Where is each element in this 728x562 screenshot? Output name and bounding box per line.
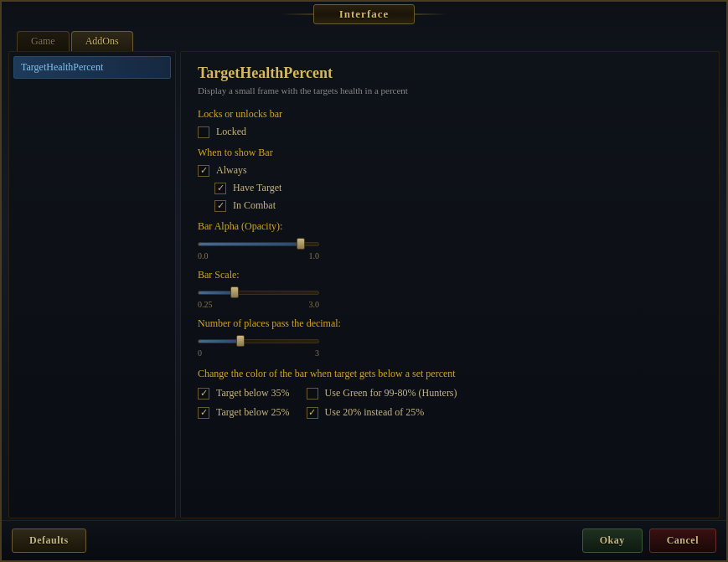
- alpha-slider-fill: [199, 243, 301, 245]
- alpha-max-label: 1.0: [309, 251, 320, 260]
- decimal-slider-track[interactable]: [198, 335, 702, 347]
- target-35-option: Target below 35%: [198, 387, 290, 400]
- alpha-slider-container: 0.0 1.0: [198, 238, 702, 260]
- use-20-checkbox[interactable]: [307, 407, 318, 419]
- main-container: Game AddOns TargetHealthPercent TargetHe…: [8, 27, 720, 518]
- target-25-label: Target below 25%: [216, 406, 290, 419]
- in-combat-checkbox[interactable]: [214, 200, 226, 212]
- use-20-option: Use 20% instead of 25%: [307, 406, 425, 419]
- alpha-slider-thumb[interactable]: [297, 238, 305, 250]
- decimal-slider-container: 0 3: [198, 335, 702, 358]
- window-title: Interface: [313, 4, 416, 24]
- outer-frame: Interface Game AddOns TargetHealthPercen…: [0, 0, 728, 562]
- show-section-label: When to show Bar: [198, 147, 702, 159]
- locked-checkbox[interactable]: [198, 126, 209, 138]
- always-label: Always: [216, 164, 247, 177]
- decimal-slider-fill: [199, 340, 240, 343]
- decimal-min-label: 0: [198, 348, 202, 358]
- always-row: Always: [198, 164, 702, 177]
- target-35-checkbox[interactable]: [198, 388, 209, 400]
- color-option-row-1: Target below 35% Use Green for 99-80% (H…: [198, 387, 702, 400]
- alpha-section-label: Bar Alpha (Opacity):: [198, 220, 702, 233]
- use-20-label: Use 20% instead of 25%: [325, 406, 425, 419]
- decimal-slider-thumb[interactable]: [236, 335, 245, 347]
- scale-slider-labels: 0.25 3.0: [198, 300, 319, 309]
- tab-addons[interactable]: AddOns: [71, 31, 133, 51]
- alpha-slider-labels: 0.0 1.0: [198, 251, 319, 260]
- decimal-slider-bg: [198, 339, 319, 343]
- scale-slider-track[interactable]: [198, 286, 702, 298]
- title-bar: Interface: [2, 2, 726, 27]
- scale-section-label: Bar Scale:: [198, 269, 702, 281]
- locked-row: Locked: [198, 126, 702, 138]
- defaults-button[interactable]: Defaults: [12, 528, 86, 553]
- scale-slider-fill: [199, 291, 235, 294]
- alpha-slider-track[interactable]: [198, 238, 702, 250]
- target-25-option: Target below 25%: [198, 406, 290, 419]
- tab-bar: Game AddOns: [8, 27, 720, 51]
- tab-game[interactable]: Game: [17, 31, 70, 51]
- bottom-bar: Defaults Okay Cancel: [2, 520, 726, 560]
- always-checkbox[interactable]: [198, 165, 209, 177]
- have-target-label: Have Target: [233, 182, 281, 194]
- panel-description: Display a small frame with the targets h…: [198, 85, 702, 95]
- scale-min-label: 0.25: [198, 300, 213, 309]
- sidebar-item-target-health-percent[interactable]: TargetHealthPercent: [13, 56, 171, 79]
- locked-label: Locked: [216, 126, 246, 138]
- okay-button[interactable]: Okay: [582, 528, 643, 553]
- right-button-group: Okay Cancel: [582, 528, 716, 553]
- color-option-row-2: Target below 25% Use 20% instead of 25%: [198, 406, 702, 419]
- scale-slider-thumb[interactable]: [230, 286, 239, 298]
- alpha-min-label: 0.0: [198, 251, 209, 260]
- panel-title: TargetHealthPercent: [198, 64, 702, 82]
- right-panel: TargetHealthPercent Display a small fram…: [180, 51, 720, 518]
- scale-slider-container: 0.25 3.0: [198, 286, 702, 309]
- green-99-checkbox[interactable]: [307, 388, 318, 400]
- decimal-section-label: Number of places pass the decimal:: [198, 317, 702, 330]
- target-25-checkbox[interactable]: [198, 407, 209, 419]
- sidebar: TargetHealthPercent: [8, 51, 176, 518]
- have-target-row: Have Target: [214, 182, 702, 194]
- scale-max-label: 3.0: [309, 300, 320, 309]
- green-99-option: Use Green for 99-80% (Hunters): [307, 387, 457, 400]
- alpha-slider-bg: [198, 242, 319, 246]
- decimal-max-label: 3: [315, 348, 319, 358]
- target-35-label: Target below 35%: [216, 387, 290, 400]
- color-section-label: Change the color of the bar when target …: [198, 368, 702, 380]
- green-99-label: Use Green for 99-80% (Hunters): [325, 387, 457, 400]
- decimal-slider-labels: 0 3: [198, 348, 319, 358]
- in-combat-label: In Combat: [233, 199, 276, 212]
- lock-section-label: Locks or unlocks bar: [198, 108, 702, 121]
- content-area: TargetHealthPercent TargetHealthPercent …: [8, 51, 720, 518]
- scale-slider-bg: [198, 291, 319, 295]
- in-combat-row: In Combat: [214, 199, 702, 212]
- have-target-checkbox[interactable]: [214, 183, 226, 194]
- cancel-button[interactable]: Cancel: [649, 528, 716, 553]
